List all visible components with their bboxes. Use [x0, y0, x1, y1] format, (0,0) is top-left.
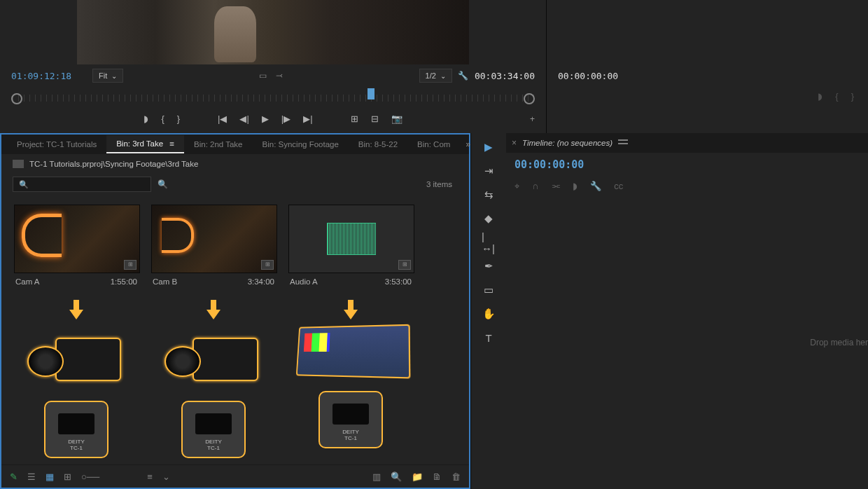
- play-icon[interactable]: ▶: [262, 113, 269, 124]
- selection-tool-icon[interactable]: ▶: [482, 140, 496, 154]
- tab-bin-3rd-take[interactable]: Bin: 3rd Take ≡: [106, 135, 184, 153]
- panel-menu-icon[interactable]: [618, 139, 628, 146]
- new-item-icon[interactable]: 🗎: [433, 471, 442, 482]
- tab-project[interactable]: Project: TC-1 Tutorials: [7, 136, 106, 153]
- clip-thumbnail[interactable]: ⊞: [151, 205, 277, 273]
- arrow-down-icon: [206, 300, 220, 319]
- wrench-settings-icon[interactable]: 🔧: [590, 181, 601, 192]
- clip-thumbnail[interactable]: ⊞: [14, 205, 140, 273]
- tc-device-graphic: [318, 391, 383, 448]
- tab-bin-com[interactable]: Bin: Com: [407, 136, 460, 153]
- tab-bin-2nd-take[interactable]: Bin: 2nd Take: [184, 136, 252, 153]
- clip-duration: 3:34:00: [248, 277, 274, 286]
- clip-duration: 3:53:00: [385, 277, 412, 286]
- razor-tool-icon[interactable]: ◆: [482, 212, 496, 226]
- arrow-down-icon: [69, 300, 83, 319]
- mark-in-bracket-icon[interactable]: {: [161, 113, 164, 124]
- marker-icon[interactable]: ◗: [573, 181, 578, 192]
- step-forward-icon[interactable]: |▶: [281, 113, 290, 124]
- icon-view-icon[interactable]: ▦: [46, 471, 54, 482]
- panel-menu-icon[interactable]: ≡: [169, 139, 174, 148]
- mark-out-bracket-icon[interactable]: }: [177, 113, 180, 124]
- timeline-drop-zone[interactable]: Drop media her: [506, 196, 868, 489]
- waveform-icon: [327, 223, 376, 255]
- timeline-timecode[interactable]: 00:00:00:00: [514, 158, 584, 171]
- clip-type-icon: ⊞: [398, 260, 411, 270]
- clip-type-icon: ⊞: [124, 260, 136, 270]
- go-to-out-icon[interactable]: ▶|: [303, 113, 312, 124]
- overlay-graphics: [1, 300, 469, 458]
- overwrite-icon[interactable]: ⊟: [371, 113, 379, 124]
- sort-dir-icon[interactable]: ⌄: [162, 471, 170, 482]
- resolution-half-icon[interactable]: ▭: [257, 70, 268, 81]
- drop-hint-label: Drop media her: [810, 338, 868, 347]
- type-tool-icon[interactable]: T: [482, 331, 496, 345]
- playback-res-dropdown[interactable]: 1/2: [419, 69, 452, 83]
- clip-duration: 1:55:00: [111, 277, 137, 286]
- clip-audio-a[interactable]: ⊞ Audio A 3:53:00: [288, 205, 413, 290]
- source-scrubber[interactable]: [11, 90, 535, 106]
- clip-thumbnail[interactable]: ⊞: [288, 205, 414, 273]
- tab-bin-syncing[interactable]: Bin: Syncing Footage: [253, 136, 349, 153]
- program-timecode[interactable]: 00:00:00:00: [558, 71, 618, 81]
- automate-icon[interactable]: ▥: [372, 471, 381, 482]
- tools-panel: ▶ ⇥ ⇆ ◆ |↔| ✒ ▭ ✋ T: [470, 133, 506, 489]
- zoom-fit-dropdown[interactable]: Fit: [92, 69, 123, 83]
- camera-graphic: [164, 325, 262, 387]
- playhead[interactable]: [368, 88, 374, 99]
- source-timecode-in[interactable]: 01:09:12:18: [11, 71, 71, 81]
- arrow-down-icon: [344, 300, 358, 319]
- new-bin-icon[interactable]: 📁: [412, 471, 423, 482]
- clip-name: Cam A: [15, 277, 40, 286]
- search-bin-icon[interactable]: 🔍: [157, 179, 168, 190]
- recorder-graphic: [296, 324, 411, 379]
- pgm-out-icon: }: [851, 91, 854, 102]
- slip-tool-icon[interactable]: |↔|: [482, 235, 496, 249]
- freeform-view-icon[interactable]: ⊞: [64, 471, 71, 482]
- clip-cam-a[interactable]: ⊞ Cam A 1:55:00: [14, 205, 139, 290]
- delete-icon[interactable]: 🗑: [451, 471, 461, 482]
- rectangle-tool-icon[interactable]: ▭: [482, 283, 496, 297]
- breadcrumb[interactable]: TC-1 Tutorials.prproj\Syncing Footage\3r…: [1, 154, 469, 174]
- mark-in-icon[interactable]: ◗: [144, 113, 148, 124]
- tc-device-graphic: [181, 401, 246, 458]
- tabs-overflow-icon[interactable]: »: [460, 139, 476, 149]
- write-icon[interactable]: ✎: [10, 471, 18, 482]
- camera-graphic: [27, 325, 125, 387]
- resolution-step-icon[interactable]: ⤙: [274, 70, 285, 81]
- bin-icon: [13, 160, 24, 168]
- search-input[interactable]: [13, 177, 151, 192]
- snap-icon[interactable]: ⌖: [514, 181, 519, 192]
- zoom-slider-icon[interactable]: ○──: [81, 471, 99, 482]
- ripple-edit-icon[interactable]: ⇆: [482, 188, 496, 202]
- track-select-forward-icon[interactable]: ⇥: [482, 164, 496, 178]
- go-to-in-icon[interactable]: |◀: [218, 113, 227, 124]
- step-back-icon[interactable]: ◀|: [239, 113, 248, 124]
- insert-icon[interactable]: ⊞: [351, 113, 358, 124]
- project-footer: ✎ ☰ ▦ ⊞ ○── ≡ ⌄ ▥ 🔍 📁 🗎 🗑: [1, 464, 469, 488]
- settings-wrench-icon[interactable]: 🔧: [458, 70, 469, 81]
- sort-icon[interactable]: ≡: [147, 471, 153, 482]
- linked-selection-icon[interactable]: ⫘: [551, 181, 560, 192]
- pgm-mark-icon: ◗: [818, 91, 822, 102]
- export-frame-icon[interactable]: 📷: [391, 113, 402, 124]
- source-preview[interactable]: [77, 0, 469, 64]
- project-panel: Project: TC-1 Tutorials Bin: 3rd Take ≡ …: [0, 133, 470, 489]
- tc-device-graphic: [44, 401, 108, 458]
- close-panel-icon[interactable]: ×: [512, 138, 517, 148]
- clip-cam-b[interactable]: ⊞ Cam B 3:34:00: [151, 205, 276, 290]
- project-tabs: Project: TC-1 Tutorials Bin: 3rd Take ≡ …: [1, 135, 469, 154]
- clip-name: Audio A: [290, 277, 318, 286]
- clip-type-icon: ⊞: [261, 260, 274, 270]
- hand-tool-icon[interactable]: ✋: [482, 307, 496, 321]
- list-view-icon[interactable]: ☰: [27, 471, 36, 482]
- item-count: 3 items: [426, 180, 458, 188]
- cc-icon[interactable]: cc: [614, 181, 623, 192]
- program-monitor: 00:00:00:00 ◗ { }: [546, 0, 868, 133]
- button-editor-icon[interactable]: +: [530, 114, 535, 124]
- magnet-icon[interactable]: ∩: [532, 181, 538, 192]
- tab-bin-date[interactable]: Bin: 8-5-22: [349, 136, 407, 153]
- find-icon[interactable]: 🔍: [391, 471, 402, 482]
- timeline-title[interactable]: Timeline: (no sequences): [522, 139, 612, 147]
- pen-tool-icon[interactable]: ✒: [482, 259, 496, 273]
